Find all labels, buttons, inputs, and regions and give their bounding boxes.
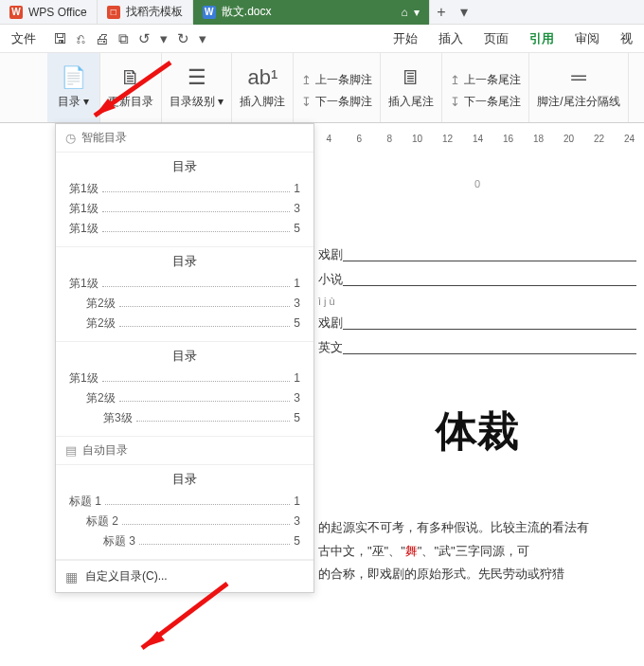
toc-dropdown-panel: ◷智能目录 目录 第1级1第1级3第1级5 目录 第1级1第2级3第2级5 目录… (55, 123, 314, 593)
tab-wps-office[interactable]: W WPS Office (0, 0, 98, 25)
save-icon[interactable]: 🖫 (53, 30, 67, 47)
custom-icon: ▦ (65, 569, 78, 585)
tab-document-active[interactable]: W 散文.docx ⌂ ▾ (193, 0, 430, 25)
field-line: ì j ù (318, 296, 636, 307)
next-footnote-label: 下一条脚注 (315, 94, 372, 110)
toc-line: 标题 35 (69, 533, 300, 549)
page-number: 0 (318, 178, 636, 189)
field-line: 英文 (318, 339, 636, 356)
preview-icon[interactable]: ⧉ (118, 30, 129, 47)
dropdown-icon[interactable]: ▾ (160, 30, 168, 47)
endnote-icon: 🗏 (401, 65, 421, 90)
link-wu[interactable]: 舞 (405, 544, 418, 558)
toc-preset-4[interactable]: 目录 标题 11标题 23标题 35 (56, 465, 313, 560)
insert-footnote-label: 插入脚注 (240, 94, 285, 110)
menu-file[interactable]: 文件 (11, 30, 36, 47)
toc-preset-3[interactable]: 目录 第1级1第2级3第3级5 (56, 342, 313, 437)
tab-view[interactable]: 视 (620, 30, 633, 47)
auto-toc-header: ▤自动目录 (56, 437, 313, 465)
toc-line: 第2级5 (69, 315, 300, 332)
insert-endnote-button[interactable]: 🗏 插入尾注 (381, 53, 442, 122)
toc-line: 标题 23 (69, 513, 300, 530)
quick-access-toolbar: 🖫 ⎌ 🖨 ⧉ ↺ ▾ ↻ ▾ (53, 30, 206, 47)
toc-line: 第1级5 (69, 221, 300, 237)
tab-dropdown-icon[interactable]: ▾ (414, 6, 420, 19)
prev-endnote-label: 上一条尾注 (464, 72, 521, 88)
next-endnote-button[interactable]: ↧下一条尾注 (450, 94, 521, 110)
toc-line: 标题 11 (69, 494, 300, 510)
prev-footnote-label: 上一条脚注 (315, 72, 372, 88)
tab-start[interactable]: 开始 (393, 30, 418, 47)
prev-footnote-button[interactable]: ↥上一条脚注 (301, 72, 372, 88)
redo-icon[interactable]: ↻ (177, 30, 189, 47)
toc-line: 第3级5 (69, 410, 300, 426)
annotation-arrow (76, 57, 180, 136)
separator-icon: ═ (571, 65, 586, 90)
insert-endnote-label: 插入尾注 (388, 94, 434, 110)
tab-page[interactable]: 页面 (484, 30, 509, 47)
field-line: 小说 (318, 271, 636, 288)
body-text: 的起源实不可考，有多种假说。比较主流的看法有 古中文，"巫"、"舞"、"武"三字… (318, 516, 636, 586)
tab-label: WPS Office (28, 6, 87, 19)
undo-icon[interactable]: ⎌ (77, 30, 85, 47)
toc-line: 第1级3 (69, 201, 300, 217)
prev-icon: ↥ (450, 73, 460, 87)
toc-title: 目录 (69, 253, 300, 270)
tabs-more-icon[interactable]: ▾ (453, 3, 475, 21)
toc-line: 第1级1 (69, 276, 300, 292)
ruler: 4 6 8 10 12 14 16 18 20 22 24 (314, 127, 635, 150)
prev-icon: ↥ (301, 73, 312, 87)
doc-icon: W (203, 6, 216, 19)
clock-icon: ◷ (65, 131, 76, 145)
field-line: 戏剧 (318, 315, 636, 332)
template-icon: □ (107, 6, 120, 19)
chevron-down-icon: ▾ (218, 95, 224, 108)
footnote-icon: ab¹ (247, 65, 277, 90)
footnote-nav-group: ↥上一条脚注 ↧下一条脚注 (294, 53, 381, 122)
next-endnote-label: 下一条尾注 (464, 94, 521, 110)
new-tab-button[interactable]: + (430, 4, 453, 21)
wps-logo-icon: W (9, 6, 23, 19)
tab-label: 找稻壳模板 (126, 4, 183, 20)
tab-review[interactable]: 审阅 (575, 30, 599, 47)
footnote-separator-button[interactable]: ═ 脚注/尾注分隔线 (529, 53, 628, 122)
next-icon: ↧ (301, 95, 312, 109)
titlebar-tabs: W WPS Office □ 找稻壳模板 W 散文.docx ⌂ ▾ + ▾ (0, 0, 644, 25)
prev-endnote-button[interactable]: ↥上一条尾注 (450, 72, 521, 88)
dropdown-icon[interactable]: ▾ (199, 30, 206, 47)
ribbon-tabs: 开始 插入 页面 引用 审阅 视 (393, 30, 633, 47)
tab-label: 散文.docx (222, 4, 272, 20)
field-line: 戏剧 (318, 246, 636, 263)
doc-icon: ▤ (65, 443, 77, 458)
toc-line: 第1级1 (69, 181, 300, 197)
toc-line: 第2级3 (69, 296, 300, 312)
tab-reference-active[interactable]: 引用 (529, 30, 554, 47)
toc-preset-1[interactable]: 目录 第1级1第1级3第1级5 (56, 153, 313, 247)
device-icon[interactable]: ⌂ (402, 6, 408, 19)
document-heading: 体裁 (318, 404, 636, 459)
tab-template[interactable]: □ 找稻壳模板 (98, 0, 193, 25)
document-area: 0 戏剧 小说 ì j ù 戏剧 英文 体裁 的起源实不可考，有多种假说。比较主… (314, 171, 640, 594)
footnote-separator-label: 脚注/尾注分隔线 (537, 94, 619, 110)
menubar: 文件 🖫 ⎌ 🖨 ⧉ ↺ ▾ ↻ ▾ 开始 插入 页面 引用 审阅 视 (0, 25, 644, 53)
toc-title: 目录 (69, 348, 300, 365)
undo2-icon[interactable]: ↺ (138, 30, 151, 47)
level-icon: ☰ (188, 65, 206, 90)
endnote-nav-group: ↥上一条尾注 ↧下一条尾注 (442, 53, 529, 122)
tab-insert[interactable]: 插入 (438, 30, 463, 47)
next-footnote-button[interactable]: ↧下一条脚注 (301, 94, 372, 110)
insert-footnote-button[interactable]: ab¹ 插入脚注 (232, 53, 294, 122)
toc-preset-2[interactable]: 目录 第1级1第2级3第2级5 (56, 247, 313, 342)
toc-line: 第1级1 (69, 370, 300, 387)
print-icon[interactable]: 🖨 (95, 30, 109, 47)
annotation-arrow (123, 578, 237, 666)
toc-line: 第2级3 (69, 390, 300, 406)
next-icon: ↧ (450, 95, 460, 109)
toc-title: 目录 (69, 471, 300, 488)
toc-title: 目录 (69, 158, 300, 175)
